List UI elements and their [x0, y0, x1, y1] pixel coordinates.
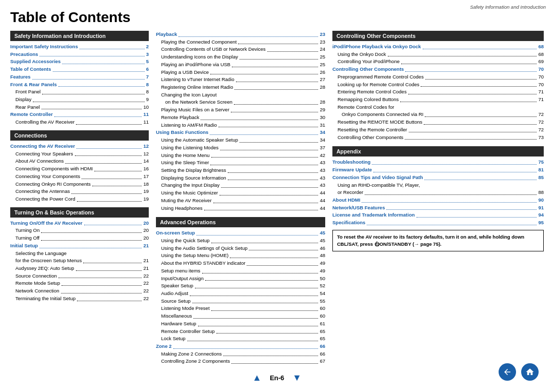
- toc-item: Precautions3: [10, 51, 149, 58]
- toc-item: for the Onscreen Setup Menus21: [10, 257, 149, 265]
- toc-dots: [423, 43, 537, 49]
- toc-page: 19: [143, 188, 149, 195]
- toc-label: Registering Online Internet Radio: [161, 84, 233, 91]
- toc-dots: [223, 350, 318, 357]
- toc-item: Source Connection22: [10, 272, 149, 280]
- toc-page: 60: [320, 312, 325, 320]
- section-safety-header: Safety Information and Introduction: [10, 31, 149, 41]
- toc-label: Resetting the REMOTE MODE Buttons: [338, 119, 422, 126]
- toc-dots: [205, 275, 319, 281]
- toc-page: 25: [320, 61, 325, 69]
- back-button[interactable]: [499, 363, 516, 381]
- toc-item: iPod/iPhone Playback via Onkyo Dock68: [332, 43, 544, 51]
- toc-page: 11: [143, 119, 149, 126]
- toc-item: Audyssey 2EQ: Auto Setup21: [10, 265, 149, 272]
- toc-dots: [179, 31, 318, 37]
- toc-dots: [405, 134, 537, 140]
- toc-item: Changing the Icon Layout: [156, 91, 325, 99]
- toc-item: Table of Contents6: [10, 66, 149, 73]
- toc-item: Setup menu items49: [156, 267, 325, 275]
- toc-page: 16: [143, 165, 149, 173]
- toc-label: Connecting the Power Cord: [15, 195, 75, 203]
- toc-label: Controlling Other Components: [332, 66, 404, 73]
- toc-item: Lock Setup65: [156, 335, 325, 343]
- toc-item: Firmware Update81: [332, 166, 544, 174]
- toc-page: 65: [320, 328, 325, 336]
- toc-dots: [386, 204, 537, 210]
- toc-label: Troubleshooting: [332, 159, 370, 166]
- toc-page: 70: [538, 73, 544, 81]
- toc-label: Turning On: [15, 227, 39, 234]
- toc-page: 26: [320, 69, 325, 76]
- toc-label: Using the Automatic Speaker Setup: [161, 136, 238, 144]
- toc-page: 21: [143, 242, 149, 250]
- toc-label: Listening to AM/FM Radio: [161, 122, 217, 129]
- toc-page: 72: [538, 119, 544, 126]
- toc-item: Using the Quick Setup45: [156, 237, 325, 245]
- toc-label: Using the Audio Settings of Quick Setup: [161, 245, 247, 252]
- toc-label: Connecting Your Speakers: [15, 150, 73, 158]
- toc-page: 9: [146, 96, 149, 104]
- toc-dots: [202, 267, 319, 273]
- toc-dots: [213, 197, 319, 203]
- toc-item: Supplied Accessories5: [10, 58, 149, 66]
- toc-item: Changing the Input Display43: [156, 182, 325, 189]
- toc-label: Hardware Setup: [161, 320, 196, 328]
- toc-page: 17: [143, 173, 149, 181]
- toc-item: Listening Mode Preset60: [156, 305, 325, 312]
- toc-dots: [367, 219, 537, 225]
- toc-item: Using Basic Functions34: [156, 129, 325, 136]
- basic-toc: Using Basic Functions34Using the Automat…: [156, 129, 325, 212]
- toc-dots: [62, 280, 142, 286]
- toc-page: 20: [143, 227, 149, 234]
- toc-dots: [42, 88, 145, 94]
- toc-item: Looking up for Remote Control Codes70: [332, 81, 544, 89]
- toc-page: 37: [320, 144, 325, 152]
- toc-item: Playing an iPod/iPhone via USB25: [156, 61, 325, 69]
- toc-dots: [249, 245, 318, 251]
- toc-dots: [405, 66, 537, 72]
- toc-item: Connecting the Antennas19: [10, 188, 149, 195]
- toc-label: Making Zone 2 Connections: [161, 350, 222, 358]
- toc-page: 67: [320, 358, 325, 365]
- toc-label: Using the Quick Setup: [161, 237, 210, 245]
- toc-label: Important Safety Instructions: [10, 43, 78, 51]
- prev-arrow[interactable]: ▲: [252, 373, 262, 383]
- toc-label: Display: [15, 96, 31, 104]
- toc-page: 19: [143, 195, 149, 203]
- toc-label: Turning On/Off the AV Receiver: [10, 220, 83, 227]
- toc-item: Connecting Components with HDMI16: [10, 165, 149, 173]
- toc-label: Using the Listening Modes: [161, 144, 219, 152]
- toc-item: Using an RIHD-compatible TV, Player,: [332, 182, 544, 189]
- toc-label: Controlling the AV Receiver: [15, 119, 74, 126]
- toc-label: Using the Onkyo Dock: [338, 51, 386, 58]
- toc-item: Audio Adjust54: [156, 290, 325, 298]
- toc-label: Lock Setup: [161, 335, 186, 343]
- toc-item: Displaying Source Information43: [156, 174, 325, 182]
- toc-dots: [58, 81, 145, 87]
- home-button[interactable]: [521, 363, 539, 381]
- toc-page: 3: [146, 51, 149, 58]
- toc-page: 95: [538, 219, 544, 227]
- left-column: Safety Information and Introduction Impo…: [10, 31, 149, 387]
- toc-label: On-screen Setup: [156, 229, 195, 237]
- toc-page: 75: [538, 159, 544, 166]
- toc-label: Connecting Onkyo RI Components: [15, 181, 91, 188]
- toc-item: on the Network Service Screen28: [156, 99, 325, 106]
- toc-dots: [211, 152, 319, 158]
- toc-dots: [234, 84, 318, 90]
- toc-dots: [421, 81, 537, 87]
- toc-page: 18: [143, 181, 149, 188]
- toc-dots: [409, 126, 537, 132]
- toc-label: Network/USB Features: [332, 204, 385, 212]
- toc-page: 71: [538, 88, 544, 96]
- toc-label: Specifications: [332, 219, 365, 227]
- toc-dots: [61, 287, 142, 293]
- next-arrow[interactable]: ▼: [292, 373, 302, 383]
- toc-item: Playing a USB Device26: [156, 69, 325, 76]
- toc-page: 8: [146, 81, 149, 89]
- toc-item: Controlling Contents of USB or Network D…: [156, 46, 325, 53]
- toc-page: 81: [538, 166, 544, 174]
- toc-item: Using the Sleep Timer43: [156, 159, 325, 167]
- toc-item: Muting the AV Receiver44: [156, 197, 325, 205]
